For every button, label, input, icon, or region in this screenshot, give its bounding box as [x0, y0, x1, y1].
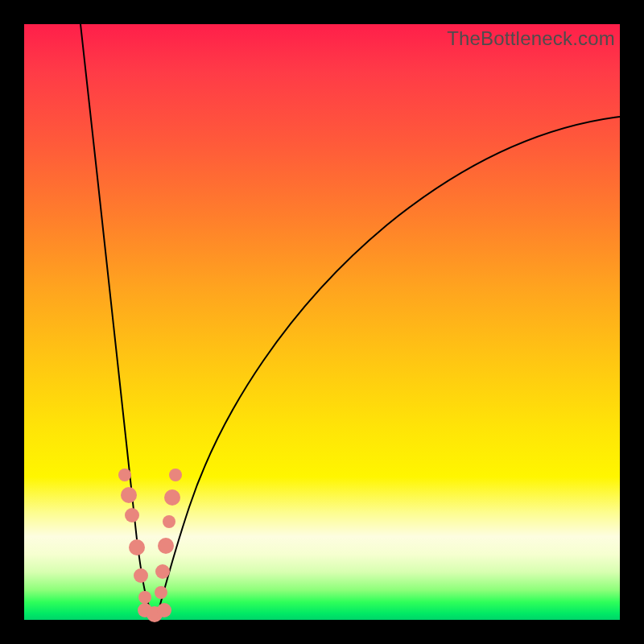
- bead: [163, 515, 175, 528]
- beads-group: [118, 469, 182, 622]
- bead: [125, 508, 139, 522]
- left-curve: [80, 24, 153, 616]
- bead: [155, 564, 170, 579]
- bead: [155, 586, 167, 599]
- bead: [121, 487, 137, 503]
- bead: [157, 603, 171, 617]
- bead: [169, 469, 182, 481]
- bead: [158, 538, 174, 554]
- plot-area: TheBottleneck.com: [24, 24, 620, 620]
- bead: [164, 489, 180, 506]
- bead: [134, 568, 148, 583]
- right-curve: [157, 117, 620, 616]
- curves-svg: [24, 24, 620, 620]
- chart-frame: TheBottleneck.com: [0, 0, 644, 644]
- bead: [138, 591, 151, 604]
- bead: [129, 539, 145, 555]
- bead: [118, 469, 131, 481]
